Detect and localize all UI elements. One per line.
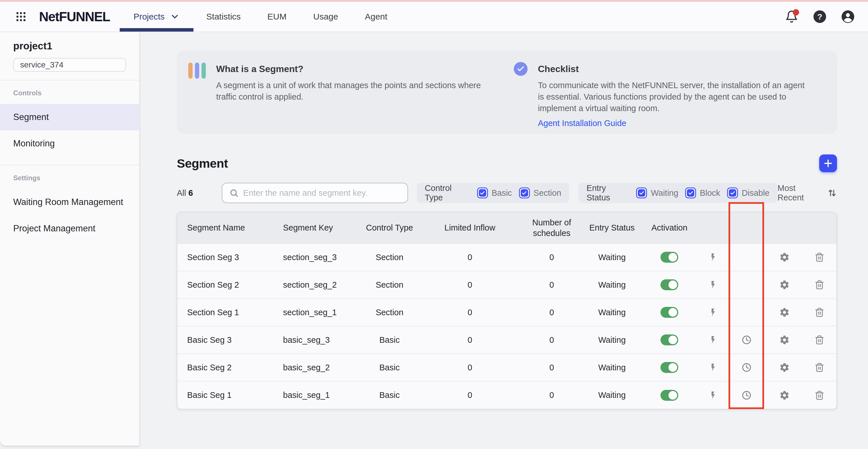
help-icon[interactable]: ? [813, 10, 827, 24]
flash-icon[interactable] [707, 389, 720, 401]
table-row[interactable]: Basic Seg 1 basic_seg_1 Basic 0 0 Waitin… [177, 381, 837, 409]
activation-toggle[interactable] [660, 307, 678, 318]
sidebar-item-waiting-room-management[interactable]: Waiting Room Management [0, 189, 139, 215]
cell-schedules: 0 [517, 243, 586, 271]
cell-segment-key: section_seg_2 [273, 271, 356, 299]
gear-icon[interactable] [778, 306, 791, 319]
activation-toggle[interactable] [660, 252, 678, 263]
sidebar-item-segment[interactable]: Segment [0, 104, 139, 130]
project-name: project1 [13, 40, 139, 52]
gear-icon[interactable] [778, 278, 791, 291]
gear-icon[interactable] [778, 389, 791, 401]
sort-label: Most Recent [778, 183, 823, 202]
nav-item-statistics[interactable]: Statistics [206, 2, 241, 32]
cell-control-type: Basic [356, 381, 423, 409]
table-row[interactable]: Basic Seg 3 basic_seg_3 Basic 0 0 Waitin… [177, 326, 837, 354]
svg-text:?: ? [817, 12, 822, 21]
filter-checkbox-section[interactable]: Section [519, 187, 561, 198]
cell-entry-status: Waiting [586, 354, 638, 381]
cell-entry-status: Waiting [586, 381, 638, 409]
apps-grid-icon[interactable] [14, 10, 28, 23]
nav-item-agent[interactable]: Agent [365, 2, 387, 32]
sidebar-item-project-management[interactable]: Project Management [0, 215, 139, 242]
netfunnel-logo[interactable]: NetFUNNEL [39, 9, 110, 24]
trash-icon[interactable] [813, 389, 826, 401]
cell-limited-inflow: 0 [423, 271, 517, 299]
cell-control-type: Section [356, 243, 423, 271]
cell-segment-name: Basic Seg 3 [177, 326, 273, 354]
table-row[interactable]: Section Seg 1 section_seg_1 Section 0 0 … [177, 299, 837, 326]
checkbox-checked-icon [636, 187, 647, 198]
gear-icon[interactable] [778, 251, 791, 264]
flash-icon[interactable] [707, 251, 720, 264]
search-input[interactable] [243, 188, 402, 198]
add-segment-button[interactable] [819, 154, 837, 172]
filter-bar: All 6 Control Type Basic [177, 183, 837, 203]
trash-icon[interactable] [813, 278, 826, 291]
filter-checkbox-basic[interactable]: Basic [477, 187, 512, 198]
filter-checkbox-block[interactable]: Block [685, 187, 720, 198]
sidebar-divider [0, 165, 139, 166]
chevron-down-icon [170, 12, 180, 22]
sidebar-divider [0, 80, 139, 80]
nav-item-projects[interactable]: Projects [120, 2, 193, 32]
checklist-title: Checklist [538, 64, 805, 74]
cell-limited-inflow: 0 [423, 299, 517, 326]
agent-installation-guide-link[interactable]: Agent Installation Guide [538, 119, 626, 128]
notification-bell-icon[interactable] [785, 10, 799, 24]
search-icon [229, 188, 239, 198]
main-content: What is a Segment? A segment is a unit o… [141, 32, 868, 449]
profile-icon[interactable] [841, 10, 855, 24]
gear-icon[interactable] [778, 334, 791, 346]
table-row[interactable]: Basic Seg 2 basic_seg_2 Basic 0 0 Waitin… [177, 354, 837, 381]
checkbox-checked-icon [685, 187, 696, 198]
segment-bars-icon [188, 63, 206, 79]
cell-segment-name: Basic Seg 1 [177, 381, 273, 409]
segment-search [222, 183, 408, 203]
activation-toggle[interactable] [660, 279, 678, 290]
control-type-filter-label: Control Type [425, 183, 470, 202]
clock-icon[interactable] [740, 389, 753, 401]
flash-icon[interactable] [707, 334, 720, 346]
gear-icon[interactable] [778, 361, 791, 374]
cell-entry-status: Waiting [586, 326, 638, 354]
sort-control[interactable]: Most Recent [778, 183, 837, 202]
cell-limited-inflow: 0 [423, 326, 517, 354]
segment-info-description: A segment is a unit of work that manages… [216, 80, 483, 102]
table-row[interactable]: Section Seg 2 section_seg_2 Section 0 0 … [177, 271, 837, 299]
activation-toggle[interactable] [660, 362, 678, 373]
filter-checkbox-disable[interactable]: Disable [727, 187, 770, 198]
col-number-of-schedules: Number of schedules [517, 212, 586, 243]
service-selector[interactable]: service_374 [13, 58, 126, 72]
cell-schedules: 0 [517, 354, 586, 381]
cell-entry-status: Waiting [586, 271, 638, 299]
sidebar-item-monitoring[interactable]: Monitoring [0, 130, 139, 157]
cell-control-type: Basic [356, 354, 423, 381]
nav-item-eum[interactable]: EUM [268, 2, 287, 32]
notification-badge [793, 9, 799, 16]
flash-icon[interactable] [707, 361, 720, 374]
col-segment-name: Segment Name [177, 212, 273, 243]
activation-toggle[interactable] [660, 334, 678, 346]
trash-icon[interactable] [813, 361, 826, 374]
trash-icon[interactable] [813, 306, 826, 319]
cell-schedules: 0 [517, 381, 586, 409]
activation-toggle[interactable] [660, 390, 678, 401]
main-menu: Projects Statistics EUM Usage Agent [120, 2, 414, 32]
table-row[interactable]: Section Seg 3 section_seg_3 Section 0 0 … [177, 243, 837, 271]
cell-limited-inflow: 0 [423, 354, 517, 381]
nav-item-usage[interactable]: Usage [313, 2, 338, 32]
page-title: Segment [177, 156, 228, 171]
trash-icon[interactable] [813, 251, 826, 264]
filter-checkbox-waiting[interactable]: Waiting [636, 187, 678, 198]
clock-icon[interactable] [740, 361, 753, 374]
sort-arrows-icon [827, 188, 837, 198]
col-activation: Activation [638, 212, 701, 243]
flash-icon[interactable] [707, 306, 720, 319]
cell-segment-key: basic_seg_1 [273, 381, 356, 409]
cell-segment-key: basic_seg_3 [273, 326, 356, 354]
col-schedule [725, 212, 768, 243]
trash-icon[interactable] [813, 334, 826, 346]
flash-icon[interactable] [707, 278, 720, 291]
clock-icon[interactable] [740, 334, 753, 346]
